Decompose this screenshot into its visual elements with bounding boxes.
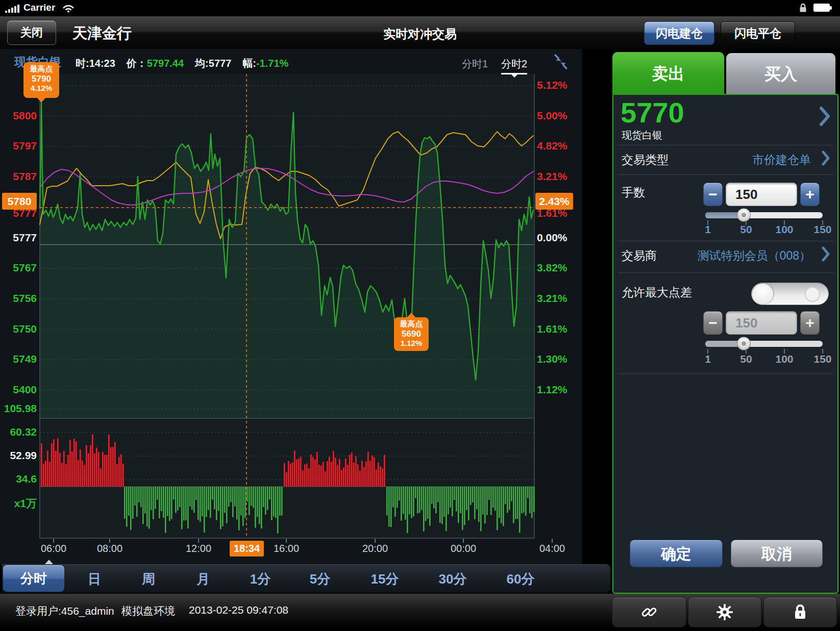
lock-button[interactable] [763,597,837,627]
time-axis-label: 12:00 [186,543,211,554]
slider-tick-label: 1 [705,353,711,365]
pct-axis-label: 1.61% [537,323,583,335]
lots-label: 手数 [622,185,645,200]
link-button[interactable] [612,597,686,627]
period-tab-5[interactable]: 5分 [310,570,330,588]
wifi-icon [62,4,75,15]
flash-open-position-button[interactable]: 闪电建仓 [644,21,714,45]
period-tab-8[interactable]: 60分 [507,570,535,588]
order-price: 5770 [621,96,684,129]
flash-close-position-button[interactable]: 闪电平仓 [721,21,795,45]
spread-increase-button[interactable]: + [800,311,820,335]
quote-price: 价：5797.44 [127,57,184,70]
close-button[interactable]: 关闭 [7,20,56,45]
price-axis-label: 5797 [0,140,37,152]
lots-slider-thumb[interactable] [737,208,751,222]
slider-tick-label: 150 [813,353,831,365]
pct-axis-label: 3.21% [537,292,583,305]
screen-title: 实时对冲交易 [383,26,457,42]
link-icon [640,603,658,621]
lots-input[interactable] [726,183,797,206]
spread-slider-thumb[interactable] [737,337,751,350]
tab-minute-chart-1[interactable]: 分时1 [462,57,488,71]
period-tab-3[interactable]: 月 [196,570,210,588]
period-tab-minute[interactable]: 分时 [3,565,64,592]
slider-tick-label: 100 [775,353,793,365]
period-tab-7[interactable]: 30分 [439,570,467,588]
quote-change: 幅:-1.71% [242,57,288,70]
price-axis-label: 5777 [0,232,37,244]
volume-axis-label: 105.98 [0,402,37,415]
volume-axis-label: 34.6 [0,473,37,485]
period-tab-4[interactable]: 1分 [250,570,270,588]
time-axis-label: 16:00 [274,543,299,554]
volume-axis-label: 52.99 [0,449,37,462]
lock-icon [793,603,807,621]
sell-tab[interactable]: 卖出 [612,52,724,95]
logged-in-user-label: 登录用户:456_admin [15,604,114,618]
lots-decrease-button[interactable]: − [703,183,723,206]
max-spread-label: 允许最大点差 [622,285,692,300]
current-price-level-badge: 5780 [2,193,37,210]
spread-input[interactable] [726,311,797,335]
period-tab-6[interactable]: 15分 [371,570,399,588]
status-bar: Carrier [0,0,840,16]
period-tab-2[interactable]: 周 [142,570,155,588]
chart-callout-low: 最高点 5690 1.12% [394,317,429,351]
tab-minute-chart-2[interactable]: 分时2 [501,57,527,74]
price-volume-chart[interactable] [0,49,582,564]
time-axis-label: 06:00 [41,543,66,554]
trade-type-label: 交易类型 [622,152,669,168]
settings-button[interactable] [688,597,761,627]
slider-tick-label: 50 [740,353,752,365]
cancel-button[interactable]: 取消 [731,540,823,567]
order-panel: 卖出 买入 5770 现货白银 交易类型 市价建仓单 手数 − + 150100… [612,52,838,593]
slider-tick-label: 150 [813,223,831,236]
toggle-off-dot [805,287,820,302]
pct-axis-label: 3.21% [537,170,583,183]
max-spread-toggle[interactable] [751,283,829,305]
price-axis-label: 5767 [0,262,37,274]
selected-tab-notch [45,560,53,564]
app-title: 天津金行 [72,23,132,44]
confirm-button[interactable]: 确定 [630,540,723,567]
lots-increase-button[interactable]: + [800,183,820,206]
price-axis-label: 5749 [0,353,37,365]
buy-tab[interactable]: 买入 [726,53,835,95]
carrier-label: Carrier [23,2,55,13]
time-axis-label: 08:00 [97,543,122,554]
lots-slider[interactable] [705,212,823,218]
slider-tick-label: 50 [740,223,752,236]
pct-axis-label: 1.12% [537,384,583,396]
pct-axis-label: 0.00% [537,232,583,244]
trade-type-chevron-icon[interactable] [822,150,830,168]
collapse-chart-icon[interactable] [552,53,570,72]
price-chevron-icon[interactable] [819,105,830,130]
price-axis-label: 5750 [0,323,37,335]
price-axis-label: 5787 [0,170,37,183]
trading-app: Carrier 关闭 天津金行 实时对冲交易 闪电建仓 闪电平仓 现货白银 时:… [0,0,840,631]
volume-axis-label: x1万 [0,496,37,511]
price-axis-label: 5400 [0,384,37,396]
spread-decrease-button[interactable]: − [703,311,723,335]
broker-value[interactable]: 测试特别会员（008） [698,248,811,264]
orientation-lock-icon [799,3,807,15]
order-symbol: 现货白银 [622,129,662,142]
pct-axis-label: 4.82% [537,140,583,152]
period-tab-1[interactable]: 日 [88,570,101,588]
current-pct-level-badge: 2.43% [535,193,573,210]
battery-icon [813,4,830,12]
trade-type-value[interactable]: 市价建仓单 [752,152,811,168]
broker-chevron-icon[interactable] [822,246,830,264]
spread-slider[interactable] [705,341,823,347]
slider-tick-label: 1 [705,223,711,236]
period-tab-bar: 分时 日周月1分5分15分30分60分 [2,564,610,593]
time-axis-label: 04:00 [539,543,565,554]
toggle-knob[interactable] [753,284,773,304]
gear-icon [715,603,734,621]
quote-readout: 时:14:23 价：5797.44 均:5777 幅:-1.71% [76,57,288,70]
chart-region: 现货白银 时:14:23 价：5797.44 均:5777 幅:-1.71% 分… [0,49,582,564]
pct-axis-label: 5.12% [537,79,583,91]
price-axis-label: 5756 [0,292,37,305]
datetime-label: 2013-02-25 09:47:08 [189,604,288,616]
